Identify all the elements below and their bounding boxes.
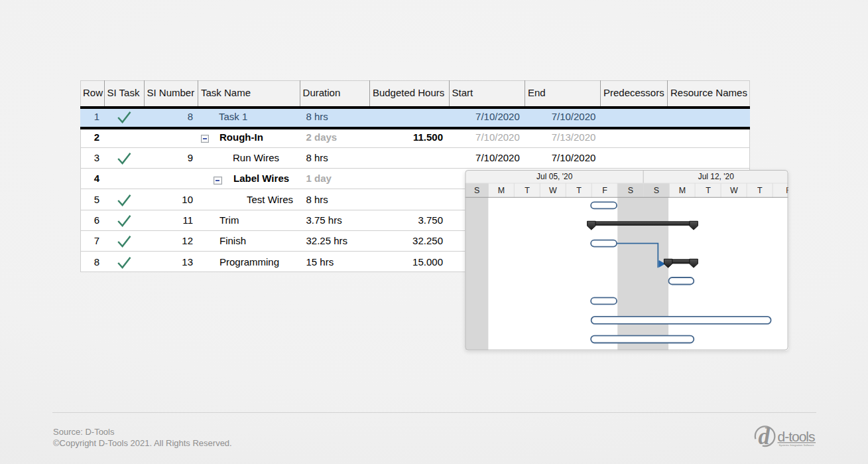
svg-text:S: S [628,186,633,195]
svg-text:T: T [576,186,582,195]
svg-text:T: T [757,186,763,195]
svg-text:W: W [549,186,557,195]
svg-text:d: d [759,424,771,449]
svg-text:T: T [706,186,711,195]
svg-text:Jul 12, '20: Jul 12, '20 [698,172,735,181]
svg-text:M: M [498,186,505,195]
svg-text:M: M [679,186,686,195]
svg-text:S: S [474,186,479,195]
svg-text:T: T [525,186,530,195]
svg-text:Systems Integration Software: Systems Integration Software [779,443,815,447]
svg-text:F: F [602,186,607,195]
svg-text:Jul 05, '20: Jul 05, '20 [536,172,573,181]
svg-text:W: W [730,186,738,195]
svg-text:d-tools: d-tools [778,429,816,444]
svg-text:S: S [654,186,659,195]
